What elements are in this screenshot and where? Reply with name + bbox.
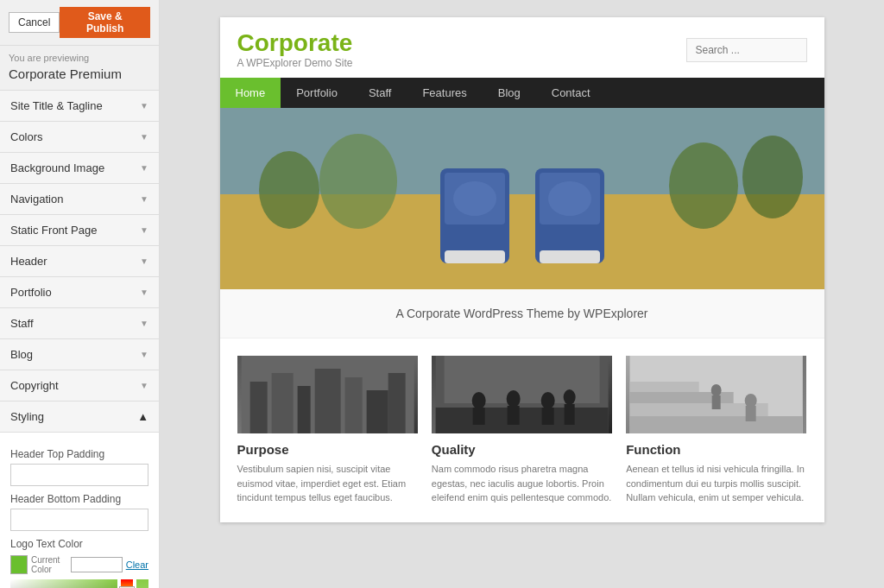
menu-item-blog[interactable]: Blog ▼ bbox=[0, 339, 159, 370]
column-purpose: Purpose Vestibulum sapien nisi, suscipit… bbox=[237, 356, 418, 505]
site-navigation: Home Portfolio Staff Features Blog Conta… bbox=[220, 78, 824, 108]
col-text-quality: Nam commodo risus pharetra magna egestas… bbox=[432, 462, 612, 505]
svg-rect-23 bbox=[344, 377, 362, 433]
cancel-button[interactable]: Cancel bbox=[9, 12, 60, 33]
svg-point-8 bbox=[669, 142, 738, 229]
site-branding: Corporate A WPExplorer Demo Site bbox=[237, 31, 353, 69]
svg-rect-30 bbox=[472, 408, 484, 425]
svg-point-12 bbox=[453, 181, 496, 216]
svg-point-33 bbox=[540, 392, 554, 409]
office-image bbox=[432, 356, 612, 433]
header-bottom-padding-label: Header Bottom Padding bbox=[10, 493, 148, 505]
svg-rect-39 bbox=[630, 416, 803, 433]
color-hex-input[interactable]: #81d742 bbox=[71, 557, 123, 572]
styling-content: Header Top Padding Header Bottom Padding… bbox=[0, 433, 159, 588]
preview-label: You are previewing bbox=[0, 46, 159, 65]
col-image-function bbox=[626, 356, 806, 433]
svg-rect-20 bbox=[271, 373, 293, 433]
preview-panel: Corporate A WPExplorer Demo Site Home Po… bbox=[160, 0, 884, 588]
svg-rect-22 bbox=[314, 369, 340, 433]
alpha-slider[interactable] bbox=[136, 579, 148, 588]
svg-rect-32 bbox=[507, 406, 519, 425]
header-top-padding-label: Header Top Padding bbox=[10, 448, 148, 460]
clear-color-button[interactable]: Clear bbox=[126, 560, 148, 570]
svg-rect-25 bbox=[388, 373, 405, 433]
svg-point-35 bbox=[563, 389, 575, 405]
chevron-up-icon: ▲ bbox=[137, 410, 148, 423]
svg-rect-34 bbox=[541, 408, 553, 425]
theme-name: Corporate Premium bbox=[0, 65, 159, 91]
svg-point-31 bbox=[506, 390, 520, 408]
svg-rect-13 bbox=[445, 250, 505, 263]
site-tagline: A WPExplorer Demo Site bbox=[237, 57, 353, 69]
chevron-right-icon: ▼ bbox=[140, 256, 148, 266]
logo-text-color-label: Logo Text Color bbox=[10, 538, 148, 550]
styling-header[interactable]: Styling ▲ bbox=[0, 401, 159, 433]
svg-rect-19 bbox=[249, 382, 267, 433]
nav-item-blog[interactable]: Blog bbox=[483, 78, 536, 108]
site-title: Corporate bbox=[237, 31, 353, 55]
menu-item-colors[interactable]: Colors ▼ bbox=[0, 122, 159, 153]
hero-image: ◀ ▶ bbox=[220, 108, 824, 289]
col-image-purpose bbox=[237, 356, 418, 433]
svg-point-7 bbox=[319, 134, 397, 229]
col-image-quality bbox=[432, 356, 612, 433]
menu-item-site-title[interactable]: Site Title & Tagline ▼ bbox=[0, 91, 159, 122]
search-input[interactable] bbox=[686, 38, 807, 62]
svg-rect-36 bbox=[564, 404, 574, 425]
chevron-right-icon: ▼ bbox=[140, 350, 148, 359]
col-title-function: Function bbox=[626, 442, 806, 457]
chevron-right-icon: ▼ bbox=[140, 288, 148, 297]
svg-point-43 bbox=[745, 394, 757, 408]
header-top-padding-input[interactable] bbox=[10, 464, 148, 486]
col-title-purpose: Purpose bbox=[237, 442, 418, 457]
save-publish-button[interactable]: Save & Publish bbox=[60, 7, 150, 38]
nav-item-home[interactable]: Home bbox=[220, 78, 281, 108]
svg-point-6 bbox=[259, 151, 319, 229]
tagline-strip: A Corporate WordPress Theme by WPExplore… bbox=[220, 289, 824, 338]
site-header: Corporate A WPExplorer Demo Site bbox=[220, 17, 824, 78]
menu-item-portfolio[interactable]: Portfolio ▼ bbox=[0, 277, 159, 308]
styling-section: Styling ▲ Header Top Padding Header Bott… bbox=[0, 401, 159, 588]
svg-point-16 bbox=[548, 181, 591, 216]
svg-rect-28 bbox=[444, 356, 599, 403]
col-text-function: Aenean et tellus id nisi vehicula fringi… bbox=[626, 462, 806, 505]
menu-item-staff[interactable]: Staff ▼ bbox=[0, 308, 159, 339]
nav-item-features[interactable]: Features bbox=[407, 78, 482, 108]
menu-item-navigation[interactable]: Navigation ▼ bbox=[0, 184, 159, 215]
column-function: Function Aenean et tellus id nisi vehicu… bbox=[626, 356, 806, 505]
menu-item-background[interactable]: Background Image ▼ bbox=[0, 153, 159, 184]
hue-slider[interactable] bbox=[121, 579, 133, 588]
chevron-right-icon: ▼ bbox=[140, 101, 148, 111]
nav-item-contact[interactable]: Contact bbox=[536, 78, 606, 108]
chevron-right-icon: ▼ bbox=[140, 319, 148, 328]
current-color-swatch[interactable] bbox=[10, 555, 28, 574]
menu-item-static-front[interactable]: Static Front Page ▼ bbox=[0, 215, 159, 246]
svg-point-45 bbox=[711, 384, 722, 396]
menu-item-copyright[interactable]: Copyright ▼ bbox=[0, 370, 159, 401]
chevron-right-icon: ▼ bbox=[140, 225, 148, 235]
color-picker-widget bbox=[10, 579, 148, 588]
stairs-image bbox=[626, 356, 806, 433]
svg-rect-17 bbox=[540, 250, 600, 263]
chevron-right-icon: ▼ bbox=[140, 194, 148, 204]
chevron-right-icon: ▼ bbox=[140, 163, 148, 173]
color-gradient-area[interactable] bbox=[10, 579, 117, 588]
customizer-panel: Cancel Save & Publish You are previewing… bbox=[0, 0, 160, 588]
site-preview: Corporate A WPExplorer Demo Site Home Po… bbox=[220, 17, 824, 522]
svg-rect-3 bbox=[136, 579, 148, 588]
header-bottom-padding-input[interactable] bbox=[10, 509, 148, 531]
chevron-right-icon: ▼ bbox=[140, 381, 148, 390]
chevron-right-icon: ▼ bbox=[140, 132, 148, 142]
three-columns: Purpose Vestibulum sapien nisi, suscipit… bbox=[220, 338, 824, 522]
svg-rect-21 bbox=[297, 386, 310, 433]
nav-item-portfolio[interactable]: Portfolio bbox=[281, 78, 353, 108]
nav-item-staff[interactable]: Staff bbox=[353, 78, 407, 108]
logo-color-row: Current Color #81d742 Clear bbox=[10, 555, 148, 574]
top-bar: Cancel Save & Publish bbox=[0, 0, 159, 46]
svg-rect-27 bbox=[435, 408, 608, 433]
city-image bbox=[237, 356, 418, 433]
svg-point-9 bbox=[742, 136, 803, 218]
menu-item-header[interactable]: Header ▼ bbox=[0, 246, 159, 277]
svg-rect-46 bbox=[712, 395, 721, 409]
